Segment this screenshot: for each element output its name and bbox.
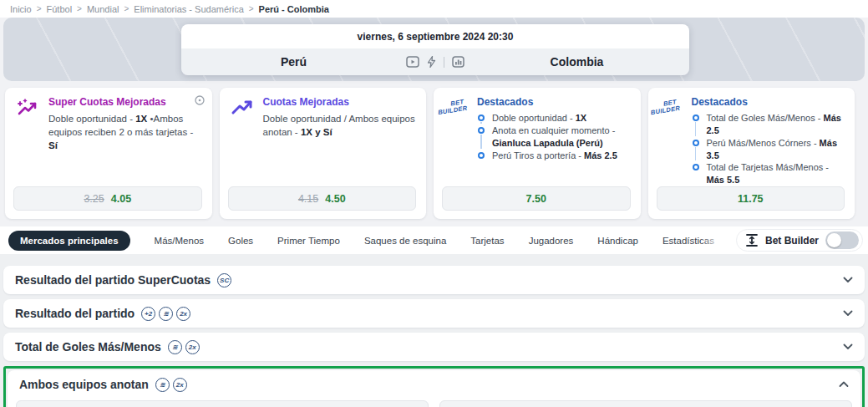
tab-goles[interactable]: Goles	[228, 236, 253, 246]
breadcrumb-link-mundial[interactable]: Mundial	[87, 4, 119, 14]
breadcrumb-link-inicio[interactable]: Inicio	[10, 4, 32, 14]
promo-title: Destacados	[692, 96, 845, 108]
boosted-odds-sparkle-icon	[17, 98, 38, 118]
selection-text: Perú Tiros a portería -	[492, 150, 584, 160]
selection-dot-icon	[692, 161, 700, 186]
section-title: Total de Goles Más/Menos	[15, 340, 161, 354]
selection-text: Doble oportunidad -	[492, 113, 576, 123]
section-badges: +2 ≋ 2x	[141, 307, 190, 321]
play-video-icon[interactable]	[406, 56, 419, 68]
match-teams-row: Perú Colombia	[181, 48, 689, 75]
market-sections: Resultado del partido SuperCuotas SC Res…	[0, 254, 868, 407]
market-section-total-goles: Total de Goles Más/Menos ≋ 2x	[3, 333, 865, 361]
section-header[interactable]: Ambos equipos anotan ≋ 2x	[8, 370, 860, 399]
bet-builder-selections: Total de Goles Más/Menos - Más 2.5 Perú …	[692, 112, 845, 186]
promo-card-destacados-2: BET BUILDER Destacados Total de Goles Má…	[648, 88, 855, 219]
home-team-name: Perú	[181, 55, 406, 69]
selection-dot-icon	[692, 137, 700, 162]
promo-title: Super Cuotas Mejoradas	[48, 96, 202, 108]
market-section-ambos-equipos-anotan: Ambos equipos anotan ≋ 2x Sí 2.47 No 1.5…	[8, 370, 860, 407]
tab-mas-menos[interactable]: Más/Menos	[155, 236, 204, 246]
highlight-box: Ambos equipos anotan ≋ 2x Sí 2.47 No 1.5…	[3, 366, 865, 407]
outcome-button-no[interactable]: No 1.50	[439, 400, 852, 407]
promo-cards-row: Super Cuotas Mejoradas Doble oportunidad…	[0, 81, 868, 226]
chevron-up-icon	[839, 381, 849, 388]
old-odds: 3.25	[84, 193, 104, 205]
selection-text: Anota en cualquier momento -	[492, 125, 615, 135]
promo-title: Destacados	[477, 96, 631, 108]
section-header[interactable]: Resultado del partido +2 ≋ 2x	[3, 299, 865, 328]
selection-text: Perú Más/Menos Córners -	[707, 138, 820, 148]
tab-saques-de-esquina[interactable]: Saques de esquina	[364, 236, 446, 246]
selection-item: Doble oportunidad - 1X	[477, 112, 631, 125]
boosted-odds: 4.05	[111, 193, 131, 205]
promo-description: Doble oportunidad / Ambos equipos anotan…	[263, 112, 417, 139]
breadcrumb-current-match: Perú - Colombia	[259, 4, 329, 14]
selection-dot-icon	[477, 125, 485, 150]
section-badges: SC	[217, 273, 231, 287]
boost-badge-icon: 2x	[173, 378, 187, 392]
breadcrumb-link-eliminatorias[interactable]: Eliminatorias - Sudamérica	[134, 4, 243, 14]
chevron-down-icon	[843, 277, 853, 283]
cashout-badge-icon: ≋	[159, 307, 173, 321]
promo-title: Cuotas Mejoradas	[263, 96, 417, 108]
match-datetime: viernes, 6 septiembre 2024 20:30	[181, 24, 689, 48]
tab-estadisticas[interactable]: Estadísticas	[662, 236, 714, 246]
selection-dot-icon	[477, 150, 485, 162]
combined-odds: 11.75	[738, 193, 764, 205]
outcome-button-si[interactable]: Sí 2.47	[16, 400, 429, 407]
bet-builder-wordmark-line: BUILDER	[438, 104, 468, 115]
breadcrumb-link-futbol[interactable]: Fútbol	[47, 4, 73, 14]
section-badges: ≋ 2x	[168, 340, 200, 354]
bet-builder-wordmark-line: BUILDER	[650, 105, 680, 116]
tab-primer-tiempo[interactable]: Primer Tiempo	[277, 236, 340, 246]
promo-odds-button[interactable]: 3.25 4.05	[13, 186, 202, 211]
selection-dot-icon	[477, 112, 485, 125]
statistics-icon[interactable]	[452, 56, 464, 68]
promo-text-segment: Doble oportunidad / Ambos equipos anotan…	[263, 114, 415, 137]
bet-builder-icon	[745, 233, 759, 247]
boosted-odds-arrow-icon	[231, 98, 254, 116]
selection-value: 1X	[576, 113, 586, 123]
bet-builder-toggle-label: Bet Builder	[765, 235, 819, 247]
promo-odds-button[interactable]: 7.50	[442, 186, 631, 211]
tab-handicap[interactable]: Hándicap	[597, 236, 638, 246]
bet-builder-toggle-switch[interactable]	[825, 231, 859, 249]
breadcrumb-separator: >	[77, 4, 82, 13]
market-tabs: Mercados principales Más/Menos Goles Pri…	[8, 231, 860, 251]
promo-odds-button[interactable]: 11.75	[657, 186, 845, 211]
section-badges: ≋ 2x	[155, 378, 187, 392]
promo-text-bold: 1X	[135, 114, 147, 124]
supercuotas-badge-icon: SC	[217, 273, 231, 287]
cashout-badge-icon: ≋	[168, 340, 182, 354]
selection-item: Total de Goles Más/Menos - Más 2.5	[692, 112, 845, 137]
old-odds: 4.15	[298, 193, 318, 205]
chevron-down-icon	[843, 310, 853, 317]
section-header[interactable]: Total de Goles Más/Menos ≋ 2x	[3, 333, 865, 361]
selection-text: Total de Goles Más/Menos -	[707, 113, 824, 123]
promo-card-destacados-1: BET BUILDER Destacados Doble oportunidad…	[434, 88, 641, 219]
promo-card-cuotas-mejoradas: Cuotas Mejoradas Doble oportunidad / Amb…	[220, 88, 427, 219]
tab-jugadores[interactable]: Jugadores	[529, 236, 574, 246]
breadcrumb-separator: >	[37, 4, 42, 13]
breadcrumb-separator: >	[124, 4, 129, 13]
combined-odds: 7.50	[526, 193, 546, 205]
boosted-odds: 4.50	[325, 193, 345, 205]
selection-dot-icon	[692, 112, 700, 137]
selection-item: Perú Más/Menos Córners - Más 3.5	[692, 137, 845, 162]
bet-builder-wordmark: BET BUILDER	[437, 99, 475, 164]
cashout-badge-icon: ≋	[155, 378, 170, 392]
info-icon[interactable]	[195, 95, 205, 105]
selection-value: Más 2.5	[584, 150, 617, 160]
lightning-icon[interactable]	[427, 56, 436, 68]
promo-description: Doble oportunidad - 1X •Ambos equipos re…	[48, 112, 202, 152]
bet-builder-selections: Doble oportunidad - 1X Anota en cualquie…	[477, 112, 631, 161]
match-card: viernes, 6 septiembre 2024 20:30 Perú Co…	[181, 24, 689, 75]
tab-tarjetas[interactable]: Tarjetas	[470, 236, 504, 246]
match-media-icons	[406, 56, 464, 68]
section-title: Resultado del partido SuperCuotas	[15, 273, 211, 287]
promo-odds-button[interactable]: 4.15 4.50	[228, 186, 417, 211]
promo-text-segment: Doble oportunidad -	[48, 114, 135, 124]
tab-mercados-principales[interactable]: Mercados principales	[8, 231, 130, 251]
section-header[interactable]: Resultado del partido SuperCuotas SC	[3, 266, 865, 294]
